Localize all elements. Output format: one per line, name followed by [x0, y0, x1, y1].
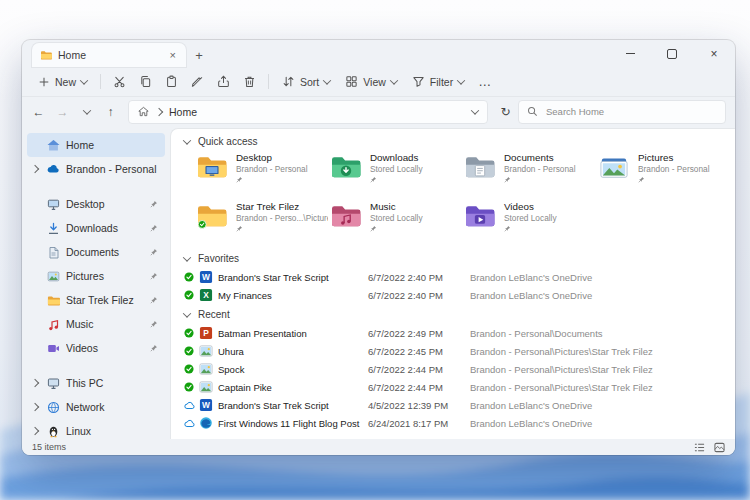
new-tab-button[interactable]: + [186, 43, 212, 67]
sidebar-item-label: Linux [66, 425, 162, 437]
toolbar-separator [100, 74, 101, 89]
sort-icon [282, 75, 295, 88]
close-button[interactable]: × [693, 40, 735, 67]
file-name: Captain Pike [218, 382, 368, 393]
paste-button[interactable] [159, 71, 184, 93]
sidebar-gap [22, 360, 170, 371]
recent-locations-button[interactable] [75, 100, 98, 123]
section-header-favorites[interactable]: Favorites [171, 248, 735, 268]
section-title: Favorites [198, 253, 239, 264]
search-box[interactable] [518, 100, 726, 124]
copy-button[interactable] [133, 71, 158, 93]
sidebar-item-star-trek-filez[interactable]: Star Trek Filez [27, 288, 165, 312]
sidebar-item-network[interactable]: Network [27, 395, 165, 419]
sidebar-item-pictures[interactable]: Pictures [27, 264, 165, 288]
expand-chevron-icon[interactable] [30, 166, 40, 172]
maximize-button[interactable] [651, 40, 693, 67]
filter-button[interactable]: Filter [405, 72, 471, 91]
linux-icon [45, 425, 61, 438]
rename-button[interactable] [185, 71, 210, 93]
quick-access-tile-pictures[interactable]: Pictures Brandon - Personal [597, 152, 731, 194]
edge-html-icon [199, 416, 218, 430]
section-title: Recent [198, 309, 230, 320]
minimize-icon [626, 53, 635, 54]
expand-chevron-icon[interactable] [30, 428, 40, 434]
svg-text:X: X [203, 290, 209, 300]
sidebar-item-desktop[interactable]: Desktop [27, 192, 165, 216]
file-location: Brandon - Personal\Documents [470, 328, 735, 339]
music-folder-icon [329, 202, 363, 230]
pin-icon [370, 176, 423, 183]
image-file-icon [199, 362, 218, 376]
quick-access-tile-star-trek-filez[interactable]: Star Trek Filez Brandon - Perso...\Pictu… [195, 201, 329, 243]
breadcrumb-item[interactable]: Home [169, 106, 197, 118]
refresh-button[interactable]: ↻ [494, 100, 517, 123]
window-controls: × [609, 40, 735, 67]
cut-button[interactable] [107, 71, 132, 93]
search-icon [527, 106, 538, 117]
file-row-my-finances[interactable]: X My Finances 6/7/2022 2:40 PM Brandon L… [171, 286, 735, 304]
forward-button[interactable]: → [51, 100, 74, 123]
section-header-recent[interactable]: Recent [171, 304, 735, 324]
sidebar-item-music[interactable]: Music [27, 312, 165, 336]
file-row-spock[interactable]: Spock 6/7/2022 2:44 PM Brandon - Persona… [171, 360, 735, 378]
share-button[interactable] [211, 71, 236, 93]
expand-chevron-icon[interactable] [30, 404, 40, 410]
expand-chevron-icon[interactable] [30, 380, 40, 386]
sidebar-item-home[interactable]: Home [27, 133, 165, 157]
quick-access-tile-downloads[interactable]: Downloads Stored Locally [329, 152, 463, 194]
synced-icon [184, 290, 199, 300]
tab-home[interactable]: Home × [32, 43, 186, 67]
quick-access-tile-videos[interactable]: Videos Stored Locally [463, 201, 597, 243]
details-view-toggle[interactable] [694, 442, 705, 453]
minimize-button[interactable] [609, 40, 651, 67]
file-row-captain-pike[interactable]: Captain Pike 6/7/2022 2:44 PM Brandon - … [171, 378, 735, 396]
sidebar-item-linux[interactable]: Linux [27, 419, 165, 439]
quick-access-tile-music[interactable]: Music Stored Locally [329, 201, 463, 243]
breadcrumb[interactable]: Home [128, 100, 488, 124]
large-thumbnails-view-toggle[interactable] [714, 442, 725, 453]
sidebar-item-label: Downloads [66, 222, 145, 234]
file-row-brandons-star-trek-script[interactable]: W Brandon's Star Trek Script 6/7/2022 2:… [171, 268, 735, 286]
section-header-quick-access[interactable]: Quick access [171, 131, 735, 151]
tab-close-button[interactable]: × [168, 50, 178, 61]
sidebar-item-label: Music [66, 318, 145, 330]
back-button[interactable]: ← [27, 100, 50, 123]
file-name: Brandon's Star Trek Script [218, 400, 368, 411]
filter-icon [412, 75, 425, 88]
file-row-batman-presentation[interactable]: P Batman Presentation 6/7/2022 2:49 PM B… [171, 324, 735, 342]
documents-folder-icon [463, 153, 497, 181]
sidebar-item-onedrive[interactable]: Brandon - Personal [27, 157, 165, 181]
file-explorer-window: Home × + × New [22, 40, 735, 455]
quick-access-tile-documents[interactable]: Documents Brandon - Personal [463, 152, 597, 194]
sidebar-item-label: Documents [66, 246, 145, 258]
network-icon [45, 401, 61, 414]
tile-name: Pictures [638, 152, 710, 163]
file-date: 6/7/2022 2:40 PM [368, 272, 470, 283]
sidebar-item-documents[interactable]: Documents [27, 240, 165, 264]
excel-doc-icon: X [199, 288, 218, 302]
quick-access-grid: Desktop Brandon - Personal Downloads Sto… [171, 151, 735, 248]
rename-icon [191, 75, 204, 88]
search-input[interactable] [544, 105, 717, 118]
sidebar-item-videos[interactable]: Videos [27, 336, 165, 360]
navigation-pane: Home Brandon - Personal Desktop [22, 128, 170, 439]
sort-button[interactable]: Sort [275, 72, 337, 91]
delete-button[interactable] [237, 71, 262, 93]
see-more-button[interactable]: … [472, 74, 498, 89]
chevron-down-icon [390, 76, 398, 84]
pin-icon [638, 176, 710, 183]
file-row-uhura[interactable]: Uhura 6/7/2022 2:45 PM Brandon - Persona… [171, 342, 735, 360]
quick-access-tile-desktop[interactable]: Desktop Brandon - Personal [195, 152, 329, 194]
sidebar-item-this-pc[interactable]: This PC [27, 371, 165, 395]
view-button[interactable]: View [338, 72, 404, 91]
downloads-folder-icon [329, 153, 363, 181]
file-date: 6/7/2022 2:49 PM [368, 328, 470, 339]
chevron-down-icon [82, 106, 90, 114]
new-button[interactable]: New [31, 73, 94, 91]
file-row-brandons-star-trek-script-2[interactable]: W Brandon's Star Trek Script 4/5/2022 12… [171, 396, 735, 414]
sidebar-item-downloads[interactable]: Downloads [27, 216, 165, 240]
up-button[interactable]: ↑ [99, 100, 122, 123]
address-dropdown-icon[interactable] [471, 106, 479, 114]
file-row-first-windows-11-flight-blog-post[interactable]: First Windows 11 Flight Blog Post 6/24/2… [171, 414, 735, 432]
